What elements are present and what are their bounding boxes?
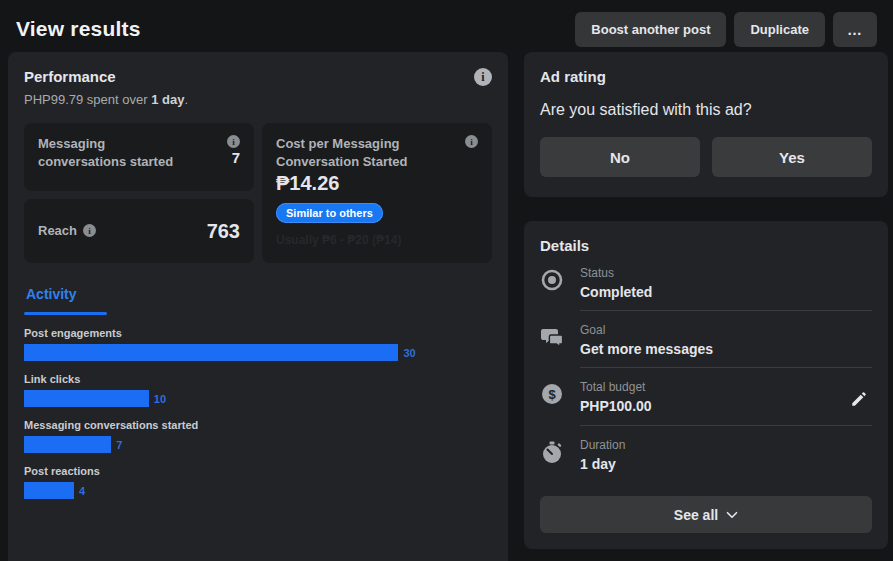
metric-value: ₱14.26 [276, 172, 478, 195]
metric-label: Messaging conversations started [38, 135, 188, 179]
bar-value: 30 [403, 347, 415, 359]
activity-tabs: Activity [24, 285, 492, 315]
bar-label: Post reactions [24, 465, 492, 477]
chevron-down-icon [726, 509, 738, 521]
svg-text:$: $ [548, 387, 556, 402]
spend-summary: PHP99.79 spent over 1 day. [24, 92, 492, 107]
tab-active-underline [24, 312, 107, 315]
ad-rating-question: Are you satisfied with this ad? [540, 101, 872, 119]
header-actions: Boost another post Duplicate … [575, 12, 877, 47]
info-icon[interactable]: i [227, 135, 240, 148]
bar-messaging-conversations [24, 436, 111, 453]
page-title: View results [16, 17, 141, 41]
activity-bar-chart: Post engagements 30 Link clicks 10 Messa… [24, 327, 492, 499]
bar-value: 7 [116, 439, 122, 451]
bar-row: Post engagements 30 [24, 327, 492, 361]
detail-value: Get more messages [580, 341, 872, 357]
detail-label: Status [580, 266, 872, 280]
details-card: Details Status Completed Goal [524, 221, 888, 549]
bar-value: 4 [79, 485, 85, 497]
details-row-budget: $ Total budget PHP100.00 [540, 368, 872, 425]
detail-label: Goal [580, 323, 872, 337]
metric-reach: Reach i 763 [24, 199, 254, 263]
detail-label: Duration [580, 438, 872, 452]
bar-link-clicks [24, 390, 149, 407]
performance-card: Performance i PHP99.79 spent over 1 day.… [8, 52, 508, 561]
see-all-button[interactable]: See all [540, 496, 872, 533]
duration-icon [540, 440, 564, 464]
tab-activity[interactable]: Activity [24, 286, 79, 312]
detail-value: PHP100.00 [580, 398, 846, 414]
pencil-icon [850, 390, 868, 408]
page-header: View results Boost another post Duplicat… [0, 0, 893, 52]
see-all-label: See all [674, 507, 718, 523]
rating-yes-button[interactable]: Yes [712, 137, 872, 177]
edit-budget-button[interactable] [846, 386, 872, 415]
details-title: Details [540, 237, 872, 254]
detail-value: 1 day [580, 456, 872, 472]
duplicate-button[interactable]: Duplicate [734, 12, 825, 47]
details-row-duration: Duration 1 day [540, 426, 872, 482]
bar-label: Messaging conversations started [24, 419, 492, 431]
details-row-status: Status Completed [540, 254, 872, 310]
budget-icon: $ [540, 382, 564, 406]
metric-label: Cost per Messaging Conversation Started [276, 135, 446, 170]
bar-row: Messaging conversations started 7 [24, 419, 492, 453]
rating-no-button[interactable]: No [540, 137, 700, 177]
bar-value: 10 [154, 393, 166, 405]
info-icon[interactable]: i [83, 224, 96, 237]
metric-messaging-conversations: Messaging conversations started i 7 [24, 123, 254, 191]
metric-value: 763 [207, 220, 240, 243]
metric-subtext: Usually ₱6 - ₱20 (₱14) [276, 233, 478, 247]
status-icon [540, 268, 564, 292]
similar-to-others-badge: Similar to others [276, 203, 383, 223]
metric-value: 7 [232, 149, 240, 166]
bar-post-engagements [24, 344, 398, 361]
metric-boxes: Messaging conversations started i 7 Reac… [24, 123, 492, 263]
bar-row: Link clicks 10 [24, 373, 492, 407]
metric-cost-per-conversation: Cost per Messaging Conversation Started … [262, 123, 492, 263]
metric-label: Reach [38, 222, 77, 240]
goal-icon [540, 325, 564, 349]
detail-label: Total budget [580, 380, 846, 394]
bar-label: Link clicks [24, 373, 492, 385]
bar-post-reactions [24, 482, 74, 499]
info-icon[interactable]: i [465, 135, 478, 148]
details-row-goal: Goal Get more messages [540, 311, 872, 367]
bar-label: Post engagements [24, 327, 492, 339]
boost-another-post-button[interactable]: Boost another post [575, 12, 726, 47]
more-options-button[interactable]: … [833, 12, 877, 47]
bar-row: Post reactions 4 [24, 465, 492, 499]
ad-rating-title: Ad rating [540, 68, 872, 85]
ad-rating-card: Ad rating Are you satisfied with this ad… [524, 52, 888, 197]
detail-value: Completed [580, 284, 872, 300]
performance-info-icon[interactable]: i [474, 68, 492, 86]
performance-title: Performance [24, 68, 116, 85]
